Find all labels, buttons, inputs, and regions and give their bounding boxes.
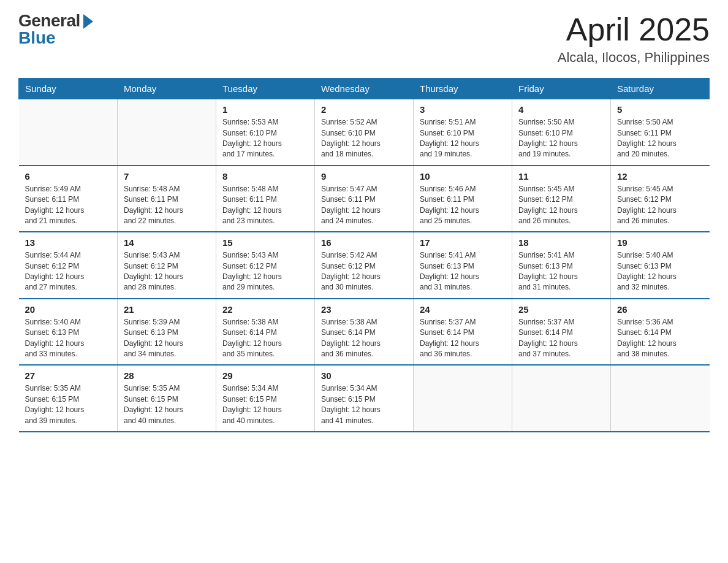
day-number: 25 bbox=[518, 304, 604, 315]
logo-arrow-icon bbox=[83, 14, 93, 29]
calendar-cell: 17Sunrise: 5:41 AM Sunset: 6:13 PM Dayli… bbox=[414, 232, 512, 299]
logo-general-text: General bbox=[18, 12, 80, 29]
day-info: Sunrise: 5:40 AM Sunset: 6:13 PM Dayligh… bbox=[25, 317, 112, 360]
calendar-cell bbox=[118, 99, 216, 166]
day-info: Sunrise: 5:37 AM Sunset: 6:14 PM Dayligh… bbox=[420, 317, 506, 360]
weekday-header-saturday: Saturday bbox=[611, 79, 710, 99]
day-info: Sunrise: 5:35 AM Sunset: 6:15 PM Dayligh… bbox=[25, 383, 112, 426]
calendar-cell: 8Sunrise: 5:48 AM Sunset: 6:11 PM Daylig… bbox=[216, 166, 315, 232]
calendar-cell: 1Sunrise: 5:53 AM Sunset: 6:10 PM Daylig… bbox=[216, 99, 315, 166]
calendar-cell: 19Sunrise: 5:40 AM Sunset: 6:13 PM Dayli… bbox=[611, 232, 710, 299]
day-info: Sunrise: 5:49 AM Sunset: 6:11 PM Dayligh… bbox=[25, 184, 112, 227]
calendar-cell: 26Sunrise: 5:36 AM Sunset: 6:14 PM Dayli… bbox=[611, 299, 710, 366]
day-number: 6 bbox=[25, 171, 112, 182]
day-number: 15 bbox=[222, 237, 308, 248]
calendar-cell: 3Sunrise: 5:51 AM Sunset: 6:10 PM Daylig… bbox=[414, 99, 512, 166]
day-number: 30 bbox=[321, 370, 407, 381]
calendar-cell: 12Sunrise: 5:45 AM Sunset: 6:12 PM Dayli… bbox=[611, 166, 710, 232]
logo-blue-text: Blue bbox=[18, 29, 56, 47]
calendar-cell: 29Sunrise: 5:34 AM Sunset: 6:15 PM Dayli… bbox=[216, 365, 315, 432]
calendar-cell: 15Sunrise: 5:43 AM Sunset: 6:12 PM Dayli… bbox=[216, 232, 315, 299]
calendar-cell: 24Sunrise: 5:37 AM Sunset: 6:14 PM Dayli… bbox=[414, 299, 512, 366]
day-number: 27 bbox=[25, 370, 112, 381]
day-number: 7 bbox=[124, 171, 210, 182]
calendar-week-row: 6Sunrise: 5:49 AM Sunset: 6:11 PM Daylig… bbox=[19, 166, 710, 232]
day-number: 18 bbox=[518, 237, 604, 248]
calendar-cell: 27Sunrise: 5:35 AM Sunset: 6:15 PM Dayli… bbox=[19, 365, 118, 432]
day-number: 29 bbox=[222, 370, 308, 381]
calendar-cell: 23Sunrise: 5:38 AM Sunset: 6:14 PM Dayli… bbox=[315, 299, 414, 366]
month-year-title: April 2025 bbox=[558, 12, 710, 47]
day-number: 16 bbox=[321, 237, 407, 248]
day-number: 17 bbox=[420, 237, 506, 248]
day-number: 5 bbox=[617, 104, 703, 115]
day-info: Sunrise: 5:40 AM Sunset: 6:13 PM Dayligh… bbox=[617, 250, 703, 293]
calendar-cell: 2Sunrise: 5:52 AM Sunset: 6:10 PM Daylig… bbox=[315, 99, 414, 166]
calendar-body: 1Sunrise: 5:53 AM Sunset: 6:10 PM Daylig… bbox=[19, 99, 710, 432]
day-number: 1 bbox=[222, 104, 308, 115]
day-number: 19 bbox=[617, 237, 703, 248]
weekday-header-monday: Monday bbox=[118, 79, 216, 99]
day-info: Sunrise: 5:35 AM Sunset: 6:15 PM Dayligh… bbox=[124, 383, 210, 426]
day-info: Sunrise: 5:44 AM Sunset: 6:12 PM Dayligh… bbox=[25, 250, 112, 293]
weekday-header-sunday: Sunday bbox=[19, 79, 118, 99]
calendar-cell: 14Sunrise: 5:43 AM Sunset: 6:12 PM Dayli… bbox=[118, 232, 216, 299]
calendar-cell: 9Sunrise: 5:47 AM Sunset: 6:11 PM Daylig… bbox=[315, 166, 414, 232]
day-number: 21 bbox=[124, 304, 210, 315]
day-info: Sunrise: 5:34 AM Sunset: 6:15 PM Dayligh… bbox=[321, 383, 407, 426]
day-info: Sunrise: 5:39 AM Sunset: 6:13 PM Dayligh… bbox=[124, 317, 210, 360]
day-number: 12 bbox=[617, 171, 703, 182]
calendar-cell: 5Sunrise: 5:50 AM Sunset: 6:11 PM Daylig… bbox=[611, 99, 710, 166]
day-number: 20 bbox=[25, 304, 112, 315]
day-info: Sunrise: 5:41 AM Sunset: 6:13 PM Dayligh… bbox=[518, 250, 604, 293]
weekday-header-tuesday: Tuesday bbox=[216, 79, 315, 99]
day-number: 26 bbox=[617, 304, 703, 315]
calendar-cell: 6Sunrise: 5:49 AM Sunset: 6:11 PM Daylig… bbox=[19, 166, 118, 232]
weekday-header-wednesday: Wednesday bbox=[315, 79, 414, 99]
calendar-cell: 28Sunrise: 5:35 AM Sunset: 6:15 PM Dayli… bbox=[118, 365, 216, 432]
day-info: Sunrise: 5:53 AM Sunset: 6:10 PM Dayligh… bbox=[222, 117, 308, 160]
calendar-week-row: 13Sunrise: 5:44 AM Sunset: 6:12 PM Dayli… bbox=[19, 232, 710, 299]
calendar-cell bbox=[512, 365, 611, 432]
title-block: April 2025 Alcala, Ilocos, Philippines bbox=[558, 12, 710, 66]
calendar-table: SundayMondayTuesdayWednesdayThursdayFrid… bbox=[18, 78, 710, 432]
calendar-cell: 11Sunrise: 5:45 AM Sunset: 6:12 PM Dayli… bbox=[512, 166, 611, 232]
day-info: Sunrise: 5:45 AM Sunset: 6:12 PM Dayligh… bbox=[617, 184, 703, 227]
calendar-cell: 25Sunrise: 5:37 AM Sunset: 6:14 PM Dayli… bbox=[512, 299, 611, 366]
day-info: Sunrise: 5:43 AM Sunset: 6:12 PM Dayligh… bbox=[124, 250, 210, 293]
day-number: 23 bbox=[321, 304, 407, 315]
day-info: Sunrise: 5:42 AM Sunset: 6:12 PM Dayligh… bbox=[321, 250, 407, 293]
calendar-week-row: 1Sunrise: 5:53 AM Sunset: 6:10 PM Daylig… bbox=[19, 99, 710, 166]
day-info: Sunrise: 5:51 AM Sunset: 6:10 PM Dayligh… bbox=[420, 117, 506, 160]
day-info: Sunrise: 5:41 AM Sunset: 6:13 PM Dayligh… bbox=[420, 250, 506, 293]
day-info: Sunrise: 5:38 AM Sunset: 6:14 PM Dayligh… bbox=[222, 317, 308, 360]
calendar-cell: 10Sunrise: 5:46 AM Sunset: 6:11 PM Dayli… bbox=[414, 166, 512, 232]
day-info: Sunrise: 5:48 AM Sunset: 6:11 PM Dayligh… bbox=[124, 184, 210, 227]
day-info: Sunrise: 5:37 AM Sunset: 6:14 PM Dayligh… bbox=[518, 317, 604, 360]
day-number: 10 bbox=[420, 171, 506, 182]
page-header: General Blue April 2025 Alcala, Ilocos, … bbox=[18, 12, 710, 66]
day-number: 24 bbox=[420, 304, 506, 315]
day-info: Sunrise: 5:38 AM Sunset: 6:14 PM Dayligh… bbox=[321, 317, 407, 360]
calendar-cell: 21Sunrise: 5:39 AM Sunset: 6:13 PM Dayli… bbox=[118, 299, 216, 366]
day-number: 22 bbox=[222, 304, 308, 315]
day-number: 3 bbox=[420, 104, 506, 115]
weekday-header-row: SundayMondayTuesdayWednesdayThursdayFrid… bbox=[19, 79, 710, 99]
day-info: Sunrise: 5:45 AM Sunset: 6:12 PM Dayligh… bbox=[518, 184, 604, 227]
calendar-cell: 18Sunrise: 5:41 AM Sunset: 6:13 PM Dayli… bbox=[512, 232, 611, 299]
calendar-cell: 13Sunrise: 5:44 AM Sunset: 6:12 PM Dayli… bbox=[19, 232, 118, 299]
day-info: Sunrise: 5:46 AM Sunset: 6:11 PM Dayligh… bbox=[420, 184, 506, 227]
calendar-header: SundayMondayTuesdayWednesdayThursdayFrid… bbox=[19, 79, 710, 99]
day-info: Sunrise: 5:34 AM Sunset: 6:15 PM Dayligh… bbox=[222, 383, 308, 426]
day-number: 9 bbox=[321, 171, 407, 182]
calendar-week-row: 27Sunrise: 5:35 AM Sunset: 6:15 PM Dayli… bbox=[19, 365, 710, 432]
day-info: Sunrise: 5:47 AM Sunset: 6:11 PM Dayligh… bbox=[321, 184, 407, 227]
day-info: Sunrise: 5:50 AM Sunset: 6:11 PM Dayligh… bbox=[617, 117, 703, 160]
location-subtitle: Alcala, Ilocos, Philippines bbox=[558, 50, 710, 66]
weekday-header-friday: Friday bbox=[512, 79, 611, 99]
calendar-cell: 30Sunrise: 5:34 AM Sunset: 6:15 PM Dayli… bbox=[315, 365, 414, 432]
calendar-cell bbox=[414, 365, 512, 432]
calendar-cell bbox=[611, 365, 710, 432]
day-number: 8 bbox=[222, 171, 308, 182]
day-info: Sunrise: 5:36 AM Sunset: 6:14 PM Dayligh… bbox=[617, 317, 703, 360]
